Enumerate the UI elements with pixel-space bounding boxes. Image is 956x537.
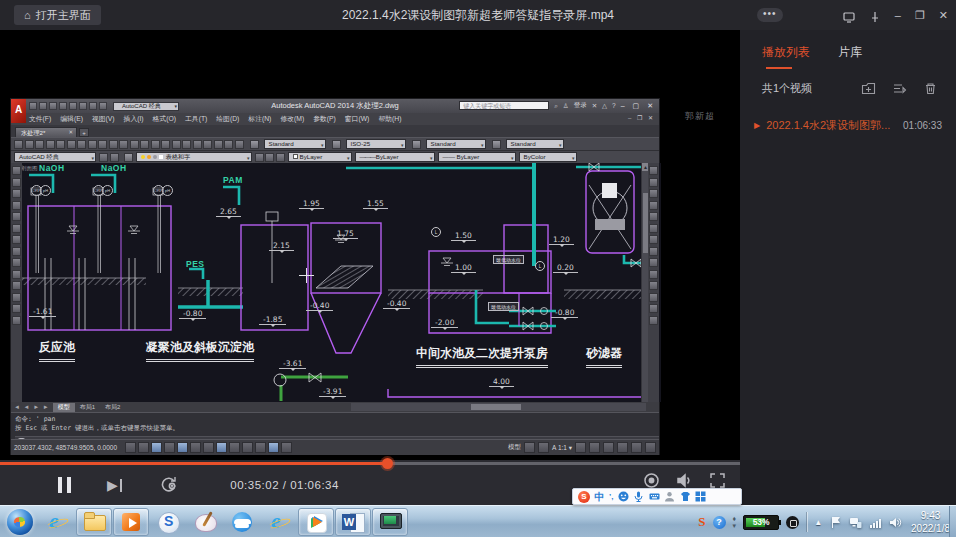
command-line[interactable]: 命令: ' pan 按 Esc 或 Enter 键退出，或单击右键显示快捷菜单。… bbox=[11, 412, 659, 439]
close-button[interactable]: ✕ bbox=[939, 9, 948, 21]
playlist-item[interactable]: ▶ 2022.1.4水2课设制图郭... 01:06:33 bbox=[740, 118, 956, 133]
otrack-toggle[interactable] bbox=[203, 442, 214, 453]
toolbar-icon[interactable] bbox=[59, 102, 67, 110]
toolbar-icon[interactable] bbox=[649, 224, 658, 233]
toolbar-icon[interactable] bbox=[649, 258, 658, 267]
action-center-flag-icon[interactable] bbox=[829, 516, 842, 529]
exchange-icon[interactable]: ✕ bbox=[592, 101, 597, 110]
toolbar-icon[interactable] bbox=[649, 270, 658, 279]
layout-tab-布局2[interactable]: 布局2 bbox=[100, 403, 125, 412]
play-order-icon[interactable] bbox=[892, 81, 907, 96]
skin-icon[interactable] bbox=[680, 491, 691, 502]
pin-icon[interactable] bbox=[869, 9, 881, 21]
toolbar-icon[interactable] bbox=[649, 316, 658, 325]
tab-library[interactable]: 片库 bbox=[838, 44, 862, 69]
toolbar-icon[interactable] bbox=[12, 189, 21, 198]
file-tab-close-icon[interactable]: ✕ bbox=[68, 128, 73, 137]
toolbar-icon[interactable] bbox=[203, 140, 212, 149]
drawing-quickview-icon[interactable] bbox=[538, 442, 549, 453]
wifi-signal-icon[interactable] bbox=[869, 516, 882, 529]
menu-item[interactable]: 帮助(H) bbox=[378, 114, 401, 124]
volume-tray-icon[interactable] bbox=[889, 516, 902, 529]
isolate-icon[interactable] bbox=[631, 442, 642, 453]
text-style-icon[interactable] bbox=[250, 140, 259, 149]
menu-item[interactable]: 标注(N) bbox=[248, 114, 271, 124]
tpy-toggle[interactable] bbox=[255, 442, 266, 453]
layout-quickview-icon[interactable] bbox=[524, 442, 535, 453]
open-main-button[interactable]: ⌂ 打开主界面 bbox=[14, 5, 101, 25]
annotation-scale[interactable]: A 1:1 ▾ bbox=[552, 444, 572, 452]
lock-icon[interactable] bbox=[617, 442, 628, 453]
polar-toggle[interactable] bbox=[164, 442, 175, 453]
toolbar-icon[interactable] bbox=[649, 212, 658, 221]
tray-help-icon[interactable]: ? bbox=[713, 516, 726, 529]
toolbar-icon[interactable] bbox=[12, 212, 21, 221]
voice-input-icon[interactable] bbox=[633, 491, 644, 502]
taskbar-clock[interactable]: 9:432022/1/8 bbox=[911, 509, 950, 535]
toolbar-icon[interactable] bbox=[649, 293, 658, 302]
toolbar-icon[interactable] bbox=[46, 140, 55, 149]
taskbar-word[interactable] bbox=[335, 508, 371, 536]
ducs-toggle[interactable] bbox=[216, 442, 227, 453]
draw-toolbar[interactable] bbox=[11, 163, 22, 402]
workspace-switch-icon[interactable] bbox=[603, 442, 614, 453]
toolbar-icon[interactable] bbox=[224, 140, 233, 149]
vertical-scrollbar[interactable]: ▲ bbox=[641, 163, 648, 402]
linetype-dropdown[interactable]: ——— ByLayer bbox=[355, 152, 435, 162]
toolbar-icon[interactable] bbox=[109, 140, 118, 149]
signin-button[interactable]: 登录 bbox=[574, 101, 587, 110]
add-folder-icon[interactable] bbox=[861, 81, 876, 96]
toolbar-icon[interactable] bbox=[14, 140, 23, 149]
menu-item[interactable]: 编辑(E) bbox=[60, 114, 83, 124]
toolbar-icon[interactable] bbox=[182, 140, 191, 149]
table-style-icon[interactable] bbox=[412, 140, 421, 149]
layer-manager-icon[interactable] bbox=[124, 153, 133, 162]
menu-item[interactable]: 窗口(W) bbox=[345, 114, 370, 124]
toolbar-icon[interactable] bbox=[235, 140, 244, 149]
dyn-toggle[interactable] bbox=[229, 442, 240, 453]
network-icon[interactable] bbox=[849, 516, 862, 529]
toolbar-icon[interactable] bbox=[649, 281, 658, 290]
autocad-window-buttons[interactable]: – ▢ ✕ bbox=[621, 102, 656, 110]
toolbar-icon[interactable] bbox=[99, 102, 107, 110]
ime-punctuation-toggle[interactable]: ’, bbox=[609, 489, 613, 504]
sogou-logo-icon[interactable]: S bbox=[578, 491, 590, 503]
lineweight-dropdown[interactable]: —— ByLayer bbox=[438, 152, 516, 162]
minimize-button[interactable]: – bbox=[895, 9, 901, 21]
osnap-toggle[interactable] bbox=[177, 442, 188, 453]
tray-mini-icon[interactable]: ♦▾ bbox=[733, 515, 737, 530]
toolbar-icon[interactable] bbox=[12, 235, 21, 244]
cloud-icon[interactable]: △ bbox=[602, 101, 607, 110]
dim-style-icon[interactable] bbox=[332, 140, 341, 149]
mleader-style-icon[interactable] bbox=[492, 140, 501, 149]
cleanscreen-icon[interactable] bbox=[645, 442, 656, 453]
toolbar-icon[interactable] bbox=[12, 281, 21, 290]
menu-item[interactable]: 修改(M) bbox=[280, 114, 304, 124]
qp-toggle[interactable] bbox=[268, 442, 279, 453]
quick-access-toolbar[interactable] bbox=[29, 102, 107, 110]
layout-nav-buttons[interactable]: ◄ ◄ ► ► bbox=[14, 404, 50, 410]
toolbar-icon[interactable] bbox=[110, 153, 119, 162]
toolbar-icon[interactable] bbox=[99, 153, 108, 162]
progress-bar[interactable] bbox=[0, 462, 740, 465]
new-tab-button[interactable]: + bbox=[79, 128, 89, 137]
toolbar-icon[interactable] bbox=[12, 224, 21, 233]
trash-icon[interactable] bbox=[923, 81, 938, 96]
taskbar-internet-explorer[interactable] bbox=[39, 508, 75, 536]
mleader-style-dropdown[interactable]: Standard bbox=[506, 139, 564, 149]
toolbar-icon[interactable] bbox=[12, 293, 21, 302]
file-tab[interactable]: 水处理2*✕ bbox=[15, 127, 77, 137]
horizontal-scrollbar[interactable] bbox=[351, 403, 646, 411]
toolbar-icon[interactable] bbox=[649, 178, 658, 187]
toolbar-icon[interactable] bbox=[649, 189, 658, 198]
toolbar-icon[interactable] bbox=[649, 247, 658, 256]
tab-playlist[interactable]: 播放列表 bbox=[762, 44, 810, 69]
layout-tab-布局1[interactable]: 布局1 bbox=[75, 403, 100, 412]
keyboard-icon[interactable] bbox=[649, 491, 660, 502]
document-window-buttons[interactable]: – ❐ ✕ bbox=[628, 114, 655, 121]
toolbar-icon[interactable] bbox=[12, 270, 21, 279]
menu-item[interactable]: 文件(F) bbox=[29, 114, 51, 124]
workspace-toolbar-dropdown[interactable]: AutoCAD 经典 bbox=[14, 152, 96, 162]
toolbar-icon[interactable] bbox=[79, 102, 87, 110]
taskbar-tencent-video[interactable] bbox=[298, 508, 334, 536]
